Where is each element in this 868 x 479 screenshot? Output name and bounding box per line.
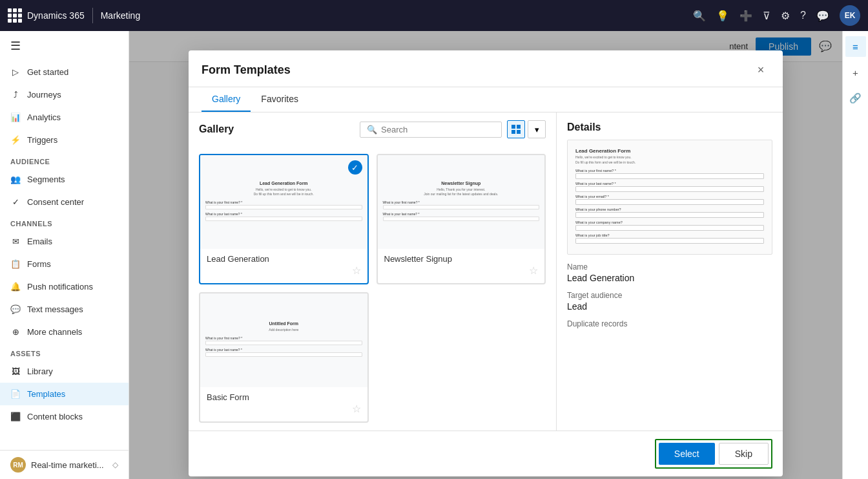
grid-icon <box>8 8 22 23</box>
modal-tabs: Gallery Favorites <box>189 87 783 112</box>
sidebar-label-get-started: Get started <box>27 67 68 77</box>
modal-close-button[interactable]: × <box>752 61 770 79</box>
selected-check-icon: ✓ <box>348 160 362 175</box>
meta-name-value: Lead Generation <box>567 273 772 283</box>
template-card-basic[interactable]: Untitled Form Add description here What … <box>199 292 369 423</box>
sidebar-item-segments[interactable]: 👥 Segments <box>0 168 129 191</box>
sidebar-label-triggers: Triggers <box>27 135 57 145</box>
emails-icon: ✉ <box>10 237 21 246</box>
meta-audience-label: Target audience <box>567 291 772 300</box>
sidebar-item-library[interactable]: 🖼 Library <box>0 360 129 383</box>
sidebar-item-consent-center[interactable]: ✓ Consent center <box>0 191 129 213</box>
channels-section-label: Channels <box>0 213 129 230</box>
more-channels-icon: ⊕ <box>10 327 21 337</box>
tab-favorites[interactable]: Favorites <box>251 87 309 112</box>
template-card-newsletter[interactable]: Newsletter Signup Hello, Thank you for y… <box>377 154 546 284</box>
details-title: Details <box>557 112 783 140</box>
plus-icon[interactable]: ➕ <box>739 10 752 22</box>
sidebar-hamburger[interactable]: ☰ <box>0 31 129 61</box>
sidebar-item-templates[interactable]: 📄 Templates <box>0 383 129 405</box>
svg-rect-2 <box>512 130 515 134</box>
sidebar-item-analytics[interactable]: 📊 Analytics <box>0 106 129 129</box>
skip-button[interactable]: Skip <box>719 443 769 465</box>
sidebar-bottom: RM Real-time marketi... ◇ <box>0 450 129 479</box>
modal-overlay: Form Templates × Gallery Favorites <box>129 31 842 479</box>
sidebar-item-push-notifications[interactable]: 🔔 Push notifications <box>0 275 129 298</box>
sidebar-item-journeys[interactable]: ⤴ Journeys <box>0 83 129 106</box>
audience-section-label: Audience <box>0 151 129 168</box>
journeys-icon: ⤴ <box>10 90 21 100</box>
search-box[interactable]: 🔍 <box>360 122 502 138</box>
sidebar-item-content-blocks[interactable]: ⬛ Content blocks <box>0 405 129 428</box>
grid-view-button[interactable] <box>507 120 525 138</box>
favorite-icon-newsletter[interactable]: ☆ <box>529 264 538 277</box>
meta-name-row: Name Lead Generation <box>567 262 772 283</box>
right-sidebar: ≡ + 🔗 <box>842 31 868 479</box>
text-icon: 💬 <box>10 304 21 314</box>
template-name-basic: Basic Form <box>200 387 367 421</box>
diamond-icon: ◇ <box>112 460 118 469</box>
topbar-icons: 🔍 💡 ➕ ⊽ ⚙ ? 💬 EK <box>693 5 860 26</box>
view-toggle: ▾ <box>507 120 546 138</box>
modal-footer: Select Skip <box>189 431 783 476</box>
sidebar-label-text: Text messages <box>27 304 83 314</box>
right-sidebar-properties-icon[interactable]: ≡ <box>845 36 866 57</box>
svg-rect-3 <box>517 130 521 134</box>
favorite-icon-basic[interactable]: ☆ <box>352 403 361 415</box>
main-layout: ☰ ▷ Get started ⤴ Journeys 📊 Analytics ⚡… <box>0 31 868 479</box>
get-started-icon: ▷ <box>10 67 21 77</box>
mini-newsletter-subtitle: Hello, Thank you for your interest.Join … <box>383 187 540 197</box>
search-icon[interactable]: 🔍 <box>693 10 706 22</box>
mini-basic-title: Untitled Form <box>205 321 362 326</box>
help-icon[interactable]: ? <box>800 10 806 21</box>
sidebar-item-forms[interactable]: 📋 Forms <box>0 253 129 275</box>
chat-icon[interactable]: 💬 <box>816 10 829 22</box>
search-input[interactable] <box>381 125 495 134</box>
right-sidebar-link-icon[interactable]: 🔗 <box>845 88 866 109</box>
meta-duplicate-label: Duplicate records <box>567 319 772 328</box>
app-module: Marketing <box>101 10 140 21</box>
filter-icon[interactable]: ⊽ <box>763 10 770 22</box>
analytics-icon: 📊 <box>10 112 21 122</box>
right-sidebar-add-icon[interactable]: + <box>845 62 866 83</box>
push-icon: 🔔 <box>10 282 21 292</box>
list-view-button[interactable]: ▾ <box>528 120 546 138</box>
sidebar-bottom-realtime[interactable]: RM Real-time marketi... ◇ <box>0 451 129 479</box>
user-avatar[interactable]: EK <box>840 5 860 26</box>
sidebar-label-journeys: Journeys <box>27 90 61 100</box>
realtime-avatar: RM <box>10 457 26 473</box>
svg-rect-0 <box>512 125 515 129</box>
tab-gallery[interactable]: Gallery <box>202 87 251 112</box>
gallery-section: Gallery 🔍 <box>189 112 557 431</box>
meta-duplicate-row: Duplicate records <box>567 319 772 328</box>
sidebar-item-triggers[interactable]: ⚡ Triggers <box>0 129 129 151</box>
modal-form-templates: Form Templates × Gallery Favorites <box>189 50 783 476</box>
sidebar-label-consent: Consent center <box>27 197 84 207</box>
content-blocks-icon: ⬛ <box>10 412 21 421</box>
consent-icon: ✓ <box>10 197 21 207</box>
sidebar-item-get-started[interactable]: ▷ Get started <box>0 61 129 83</box>
sidebar-label-more: More channels <box>27 327 82 337</box>
modal-title: Form Templates <box>202 63 752 77</box>
favorite-icon-lead[interactable]: ☆ <box>352 264 361 277</box>
gallery-toolbar: Gallery 🔍 <box>189 112 556 146</box>
gallery-title: Gallery <box>199 123 355 135</box>
grid-view-icon <box>512 125 521 134</box>
sidebar-item-more-channels[interactable]: ⊕ More channels <box>0 321 129 343</box>
sidebar-item-emails[interactable]: ✉ Emails <box>0 230 129 253</box>
search-icon: 🔍 <box>367 125 377 134</box>
lightbulb-icon[interactable]: 💡 <box>716 10 729 22</box>
settings-icon[interactable]: ⚙ <box>781 10 790 22</box>
gallery-grid: ✓ Lead Generation Form Hello, we're exci… <box>189 146 556 431</box>
template-preview-lead: Lead Generation Form Hello, we're excite… <box>200 155 367 249</box>
mini-basic-subtitle: Add description here <box>205 328 362 332</box>
sidebar-label-emails: Emails <box>27 237 52 246</box>
triggers-icon: ⚡ <box>10 135 21 145</box>
sidebar-item-text-messages[interactable]: 💬 Text messages <box>0 298 129 321</box>
details-meta: Name Lead Generation Target audience Lea… <box>557 262 783 431</box>
select-button[interactable]: Select <box>659 443 715 465</box>
app-name: Dynamics 365 <box>27 10 85 21</box>
template-card-lead-generation[interactable]: ✓ Lead Generation Form Hello, we're exci… <box>199 154 369 284</box>
details-form-subtitle: Hello, we're excited to get to know you.… <box>575 155 764 165</box>
topbar: Dynamics 365 Marketing 🔍 💡 ➕ ⊽ ⚙ ? 💬 EK <box>0 0 868 31</box>
